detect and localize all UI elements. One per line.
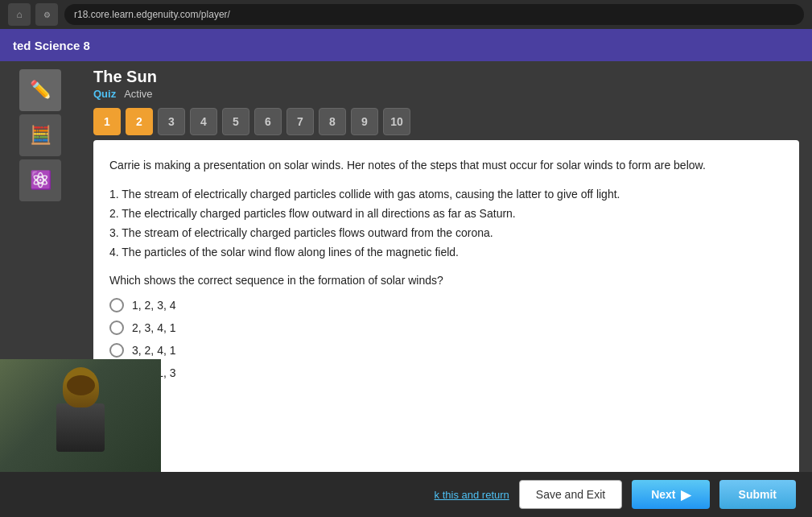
video-thumb-inner [0,359,161,472]
person-body [56,403,105,452]
step-3: 3. The stream of electrically charged pa… [109,224,783,243]
quiz-label: Quiz [93,88,116,100]
step-4: 4. The particles of the solar wind flow … [109,243,783,263]
quiz-title: The Sun [93,68,799,86]
option-text-1: 1, 2, 3, 4 [132,299,175,312]
question-num-4[interactable]: 4 [190,108,217,135]
question-num-2[interactable]: 2 [126,108,153,135]
person-silhouette [48,367,113,464]
step-1: 1. The stream of electrically charged pa… [109,185,783,205]
question-num-7[interactable]: 7 [286,108,314,135]
step-2: 2. The electrically charged particles fl… [109,205,783,224]
next-label: Next [651,488,675,501]
radio-1[interactable] [109,298,124,312]
answer-option-3[interactable]: 3, 2, 4, 1 [109,343,783,358]
content-area: The Sun Quiz Active 1 2 3 4 5 6 7 8 9 10… [80,61,812,517]
question-num-6[interactable]: 6 [254,108,282,135]
return-link[interactable]: k this and return [16,489,509,501]
save-exit-button[interactable]: Save and Exit [519,480,622,509]
question-num-3[interactable]: 3 [158,108,185,135]
answer-option-2[interactable]: 2, 3, 4, 1 [109,321,783,335]
answer-options: 1, 2, 3, 4 2, 3, 4, 1 3, 2, 4, 1 4, 2, 1… [109,298,783,380]
next-arrow-icon: ▶ [681,487,690,503]
browser-bar: ⌂ ⚙ r18.core.learn.edgenuity.com/player/ [0,0,812,29]
question-num-8[interactable]: 8 [319,108,346,135]
question-numbers: 1 2 3 4 5 6 7 8 9 10 [80,103,812,140]
pencil-tool-icon[interactable]: ✏️ [19,69,61,111]
question-num-1[interactable]: 1 [93,108,121,135]
question-intro: Carrie is making a presentation on solar… [109,156,783,174]
question-prompt: Which shows the correct sequence in the … [109,274,783,287]
question-num-10[interactable]: 10 [383,108,410,135]
submit-button[interactable]: Submit [719,480,796,509]
next-button[interactable]: Next ▶ [632,480,709,509]
address-bar[interactable]: r18.core.learn.edgenuity.com/player/ [64,4,804,25]
steps-list: 1. The stream of electrically charged pa… [109,185,783,262]
answer-option-4[interactable]: 4, 2, 1, 3 [109,366,783,380]
settings-browser-button[interactable]: ⚙ [35,3,58,26]
video-thumbnail [0,359,161,472]
home-browser-button[interactable]: ⌂ [8,3,31,26]
atom-tool-icon[interactable]: ⚛️ [19,159,61,201]
url-text: r18.core.learn.edgenuity.com/player/ [74,9,230,20]
quiz-header: The Sun Quiz Active [80,61,812,103]
course-title: ted Science 8 [13,39,90,52]
person-head [63,367,99,407]
top-nav: ted Science 8 [0,29,812,61]
question-num-5[interactable]: 5 [222,108,249,135]
status-label: Active [124,88,152,100]
radio-3[interactable] [109,343,124,358]
calculator-tool-icon[interactable]: 🧮 [19,114,61,156]
option-text-3: 3, 2, 4, 1 [132,344,175,357]
question-panel: Carrie is making a presentation on solar… [93,140,799,509]
bottom-bar: k this and return Save and Exit Next ▶ S… [0,472,812,517]
question-num-9[interactable]: 9 [351,108,378,135]
radio-2[interactable] [109,321,124,335]
answer-option-1[interactable]: 1, 2, 3, 4 [109,298,783,312]
option-text-2: 2, 3, 4, 1 [132,321,175,334]
browser-controls: ⌂ ⚙ [8,3,58,26]
quiz-status: Quiz Active [93,88,799,100]
